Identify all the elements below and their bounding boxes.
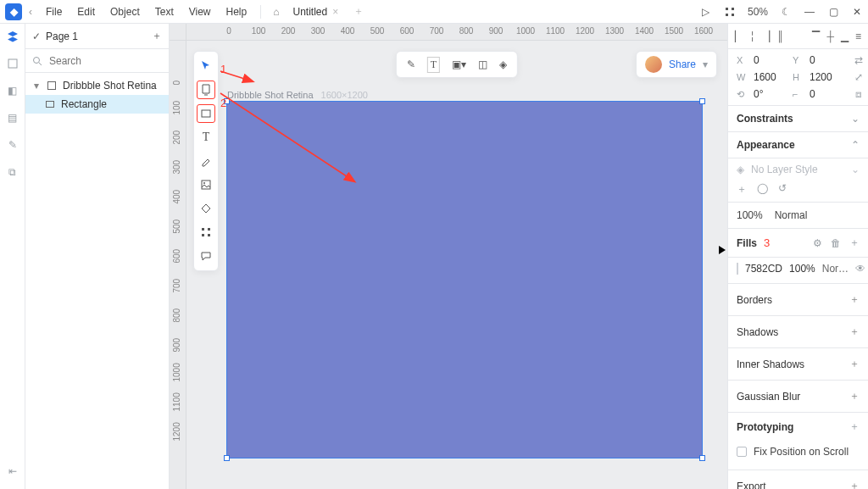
add-inner-shadow-icon[interactable]: ＋ bbox=[849, 357, 860, 371]
back-icon[interactable]: ‹ bbox=[24, 6, 37, 18]
align-left-icon[interactable]: ▏ bbox=[735, 31, 743, 42]
fill-hex[interactable]: 7582CD bbox=[745, 263, 782, 275]
align-justify-icon[interactable]: ║ bbox=[776, 31, 784, 42]
resize-handle-bl[interactable] bbox=[224, 455, 230, 461]
pen-tool[interactable] bbox=[197, 152, 215, 170]
layout-grid-tool[interactable] bbox=[197, 223, 215, 242]
blend-mode[interactable]: Normal bbox=[775, 209, 808, 221]
size-w[interactable]: 1600 bbox=[754, 71, 787, 83]
menu-file[interactable]: File bbox=[39, 3, 69, 21]
distribute-icon[interactable]: ≡ bbox=[855, 31, 861, 42]
rotation[interactable]: 0° bbox=[754, 88, 787, 100]
move-tool[interactable] bbox=[197, 57, 215, 75]
pos-y[interactable]: 0 bbox=[810, 54, 843, 66]
artboard-tool[interactable] bbox=[197, 81, 215, 99]
fill-swatch[interactable] bbox=[737, 263, 738, 275]
rectangle-tool[interactable] bbox=[197, 104, 215, 123]
layers-icon[interactable] bbox=[5, 29, 20, 44]
align-h-center-icon[interactable]: ╎ bbox=[749, 31, 755, 42]
align-v-center-icon[interactable]: ┼ bbox=[826, 31, 834, 42]
canvas[interactable]: 0 100 200 300 400 500 600 700 800 900 10… bbox=[170, 24, 727, 489]
theme-icon[interactable]: ☾ bbox=[780, 6, 792, 18]
artboard-row[interactable]: ▾ Dribbble Shot Retina bbox=[25, 76, 169, 95]
comment-tool[interactable] bbox=[197, 247, 215, 265]
share-chevron-icon[interactable]: ▾ bbox=[703, 58, 708, 70]
add-border-icon[interactable]: ＋ bbox=[849, 292, 860, 307]
align-top-icon[interactable]: ▔ bbox=[812, 31, 820, 42]
text-tool[interactable]: T bbox=[197, 128, 215, 147]
play-icon[interactable]: ▷ bbox=[700, 6, 712, 18]
pos-x[interactable]: 0 bbox=[754, 54, 787, 66]
window-close-icon[interactable]: ✕ bbox=[851, 6, 863, 18]
layer-row-rectangle[interactable]: Rectangle bbox=[25, 95, 169, 114]
fill-blend-mode[interactable]: Nor… bbox=[822, 263, 849, 275]
export-section[interactable]: Export＋ bbox=[728, 470, 868, 489]
add-page-icon[interactable]: ＋ bbox=[152, 29, 162, 43]
boolean-ops-icon[interactable]: ▣▾ bbox=[452, 58, 466, 70]
collapse-rail-icon[interactable]: ⇤ bbox=[5, 464, 20, 479]
constraints-header[interactable]: Constraints ⌄ bbox=[728, 106, 868, 132]
home-icon[interactable]: ⌂ bbox=[268, 6, 284, 18]
artboard-rectangle[interactable] bbox=[227, 102, 702, 458]
menu-object[interactable]: Object bbox=[103, 3, 147, 21]
reset-style-icon[interactable]: ↺ bbox=[778, 182, 787, 197]
prototyping-header[interactable]: Prototyping ＋ bbox=[728, 413, 868, 441]
stage[interactable]: T ✎ T ▣▾ bbox=[186, 41, 727, 489]
app-icon[interactable]: ◆ bbox=[5, 3, 22, 20]
mask-icon[interactable]: ◫ bbox=[478, 58, 487, 70]
menu-help[interactable]: Help bbox=[220, 3, 254, 21]
page-row[interactable]: ✓ Page 1 ＋ bbox=[25, 24, 169, 49]
share-button[interactable]: Share bbox=[669, 58, 696, 70]
chevron-down-icon[interactable]: ⌄ bbox=[851, 113, 860, 125]
search-input[interactable] bbox=[47, 54, 178, 68]
components-icon[interactable] bbox=[5, 56, 20, 71]
appearance-header[interactable]: Appearance ⌃ bbox=[728, 132, 868, 158]
resize-handle-br[interactable] bbox=[699, 455, 705, 461]
maximize-icon[interactable]: ▢ bbox=[827, 6, 839, 18]
text-options-icon[interactable]: T bbox=[427, 57, 440, 73]
image-tool[interactable] bbox=[197, 175, 215, 194]
edit-shape-icon[interactable]: ✎ bbox=[407, 58, 415, 70]
layer-style-select[interactable]: ◈ No Layer Style ⌄ bbox=[737, 164, 860, 175]
share-pill[interactable]: Share ▾ bbox=[636, 51, 717, 78]
add-fill-icon[interactable]: ＋ bbox=[849, 236, 860, 250]
blur-section[interactable]: Gaussian Blur＋ bbox=[728, 381, 868, 413]
resize-handle-tr[interactable] bbox=[699, 98, 705, 104]
chevron-up-icon[interactable]: ⌃ bbox=[851, 139, 860, 151]
sync-style-icon[interactable]: ◯ bbox=[757, 182, 768, 197]
lock-aspect-icon[interactable]: ⤢ bbox=[854, 71, 863, 83]
fill-options-icon[interactable]: ⚙ bbox=[813, 237, 822, 249]
align-bottom-icon[interactable]: ▁ bbox=[841, 31, 849, 42]
create-component-icon[interactable]: ◈ bbox=[499, 58, 507, 70]
radius-options-icon[interactable]: ⧈ bbox=[855, 88, 862, 100]
fill-opacity[interactable]: 100% bbox=[789, 263, 815, 275]
borders-section[interactable]: Borders＋ bbox=[728, 284, 868, 316]
opacity-value[interactable]: 100% bbox=[737, 209, 763, 221]
add-tab-icon[interactable]: ＋ bbox=[347, 4, 370, 19]
zoom-level[interactable]: 50% bbox=[748, 6, 768, 18]
eye-icon[interactable]: 👁 bbox=[855, 263, 865, 275]
paint-icon[interactable]: ✎ bbox=[5, 137, 20, 153]
swap-xy-icon[interactable]: ⇄ bbox=[854, 54, 863, 66]
grid-icon[interactable] bbox=[724, 6, 736, 18]
fix-position-checkbox[interactable]: Fix Position on Scroll bbox=[737, 446, 849, 458]
menu-view[interactable]: View bbox=[182, 3, 218, 21]
inner-shadows-section[interactable]: Inner Shadows＋ bbox=[728, 348, 868, 381]
align-right-icon[interactable]: ▕ bbox=[762, 31, 770, 42]
menu-edit[interactable]: Edit bbox=[70, 3, 102, 21]
menu-text[interactable]: Text bbox=[148, 3, 181, 21]
add-interaction-icon[interactable]: ＋ bbox=[849, 420, 860, 434]
artboard-label[interactable]: Dribbble Shot Retina 1600×1200 bbox=[227, 90, 368, 100]
fill-row[interactable]: 7582CD 100% Nor… 👁 bbox=[728, 258, 868, 284]
chevron-down-icon[interactable]: ⌄ bbox=[851, 164, 860, 175]
disclosure-icon[interactable]: ▾ bbox=[32, 80, 41, 92]
minimize-icon[interactable]: — bbox=[804, 6, 815, 18]
close-tab-icon[interactable]: × bbox=[332, 6, 338, 18]
add-blur-icon[interactable]: ＋ bbox=[849, 389, 860, 403]
flow-icon[interactable]: ⧉ bbox=[5, 164, 20, 180]
styles-icon[interactable]: ◧ bbox=[5, 83, 20, 98]
document-tab[interactable]: Untitled × bbox=[286, 0, 345, 23]
assets-icon[interactable]: ▤ bbox=[5, 110, 20, 125]
delete-fill-icon[interactable]: 🗑 bbox=[831, 237, 841, 249]
shadows-section[interactable]: Shadows＋ bbox=[728, 316, 868, 348]
